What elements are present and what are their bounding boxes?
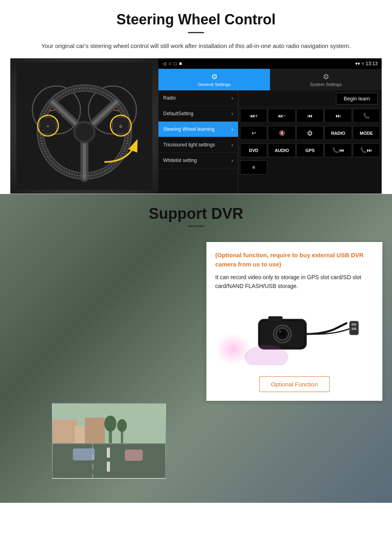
dvr-optional-text: (Optional function, require to buy exter…	[215, 251, 374, 269]
system-settings-icon: ⚙	[323, 72, 329, 81]
svg-rect-43	[107, 462, 110, 472]
svg-rect-36	[85, 418, 105, 444]
dvr-camera-illustration	[215, 297, 374, 369]
svg-rect-45	[125, 450, 143, 461]
svg-point-12	[76, 123, 93, 141]
settings-item-whitelist[interactable]: Whitelist setting ›	[158, 153, 238, 168]
arrow-icon-default: ›	[231, 110, 233, 117]
ctrl-btn-menu[interactable]: ≡	[240, 160, 267, 174]
general-settings-icon: ⚙	[211, 72, 218, 81]
dvr-thumbnail	[52, 403, 166, 479]
section2-dvr: Support DVR (Optional function, require …	[0, 194, 392, 503]
arrow-icon-steering: ›	[231, 126, 233, 132]
arrow-icon-tricolour: ›	[231, 142, 233, 148]
ctrl-btn-radio[interactable]: RADIO	[324, 126, 352, 140]
control-buttons-row4: ≡	[238, 159, 382, 176]
dvr-description: It can record video only to storage in G…	[215, 273, 374, 291]
ctrl-btn-vol-up[interactable]: ⏮+	[240, 109, 267, 123]
svg-point-40	[117, 419, 127, 432]
ctrl-btn-phone-prev[interactable]: 📞⏮	[324, 143, 352, 157]
dvr-title: Support DVR	[0, 205, 392, 222]
begin-learn-button[interactable]: Begin learn	[336, 93, 378, 104]
ctrl-btn-vol-down[interactable]: ⏮−	[268, 109, 295, 123]
svg-rect-30	[352, 328, 356, 330]
steering-wheel-svg: + − ⊙	[16, 62, 152, 190]
back-icon[interactable]: ◁	[162, 61, 166, 66]
section-subtitle: Your original car's steering wheel contr…	[32, 41, 360, 51]
svg-text:−: −	[43, 129, 44, 132]
svg-rect-27	[268, 316, 282, 320]
signal-icon: ▾▾	[355, 61, 360, 66]
control-buttons-row1: ⏮+ ⏮− ⏮ ⏭ 📞	[238, 107, 382, 124]
optional-function-button[interactable]: Optional Function	[259, 376, 330, 392]
ctrl-btn-next[interactable]: ⏭	[324, 109, 352, 123]
settings-item-whitelist-label: Whitelist setting	[163, 158, 197, 163]
ctrl-btn-phone[interactable]: 📞	[353, 109, 380, 123]
statusbar-right: ▾▾ ▿ 13:13	[355, 61, 378, 66]
title-block: Steering Wheel Control	[0, 0, 392, 41]
svg-rect-44	[73, 448, 95, 460]
android-content: Radio › DefaultSetting › Steering Wheel …	[158, 90, 382, 194]
settings-item-tricolour-label: Tricoloured light settings	[163, 142, 215, 148]
steering-wheel-photo: + − ⊙	[10, 58, 158, 194]
dvr-title-block: Support DVR	[0, 194, 392, 231]
tab-system-label: System Settings	[310, 82, 342, 87]
ctrl-btn-prev[interactable]: ⏮	[296, 109, 324, 123]
svg-rect-42	[107, 448, 110, 458]
recents-icon[interactable]: □	[174, 61, 176, 66]
settings-list: Radio › DefaultSetting › Steering Wheel …	[158, 90, 238, 194]
ctrl-btn-mute[interactable]: 🔇	[268, 126, 295, 140]
home-icon[interactable]: ○	[168, 61, 171, 66]
statusbar-left: ◁ ○ □ ■	[162, 61, 182, 66]
android-tabs: ⚙ General Settings ⚙ System Settings	[158, 69, 382, 90]
settings-item-radio[interactable]: Radio ›	[158, 90, 238, 106]
settings-item-steering[interactable]: Steering Wheel learning ›	[158, 122, 238, 137]
svg-point-32	[279, 331, 281, 332]
settings-item-default-label: DefaultSetting	[163, 111, 193, 116]
settings-item-radio-label: Radio	[163, 95, 176, 101]
svg-text:⊙: ⊙	[119, 124, 122, 128]
svg-text:+: +	[47, 124, 49, 128]
ctrl-btn-back[interactable]: ↩	[240, 126, 267, 140]
ctrl-btn-audio[interactable]: AUDIO	[268, 143, 295, 157]
control-buttons-row3: DVD AUDIO GPS 📞⏮ 📞⏭	[238, 142, 382, 159]
clock: 13:13	[366, 61, 378, 66]
dvr-preview-svg	[53, 404, 166, 479]
settings-item-default[interactable]: DefaultSetting ›	[158, 106, 238, 122]
svg-point-38	[104, 416, 116, 432]
swc-panel: + − ⊙	[10, 58, 382, 194]
page-title: Steering Wheel Control	[8, 11, 384, 28]
menu-icon[interactable]: ■	[179, 61, 182, 66]
ctrl-btn-gps[interactable]: GPS	[296, 143, 324, 157]
arrow-icon-radio: ›	[231, 95, 233, 101]
tab-general-label: General Settings	[198, 82, 231, 87]
dvr-thumb-inner	[53, 404, 165, 478]
arrow-icon-whitelist: ›	[231, 157, 233, 164]
control-buttons-row2: ↩ 🔇 ⏻ RADIO MODE	[238, 124, 382, 142]
title-divider	[188, 32, 204, 33]
section1-steering: Steering Wheel Control Your original car…	[0, 0, 392, 194]
sw-placeholder: + − ⊙	[10, 58, 158, 194]
wifi-icon: ▿	[362, 61, 364, 66]
svg-rect-29	[352, 323, 356, 326]
learn-row: Begin learn	[238, 90, 382, 107]
android-panel: ◁ ○ □ ■ ▾▾ ▿ 13:13 ⚙ General Settings	[158, 58, 382, 194]
svg-rect-34	[53, 420, 77, 444]
ctrl-btn-phone-next[interactable]: 📞⏭	[353, 143, 380, 157]
tab-system-settings[interactable]: ⚙ System Settings	[270, 69, 382, 90]
ctrl-btn-power[interactable]: ⏻	[296, 126, 324, 140]
android-statusbar: ◁ ○ □ ■ ▾▾ ▿ 13:13	[158, 58, 382, 69]
ctrl-btn-mode[interactable]: MODE	[353, 126, 380, 140]
settings-right-panel: Begin learn ⏮+ ⏮− ⏮ ⏭ 📞 ↩ 🔇 ⏻	[238, 90, 382, 194]
settings-item-tricolour[interactable]: Tricoloured light settings ›	[158, 137, 238, 153]
pink-glow	[215, 333, 251, 365]
settings-item-steering-label: Steering Wheel learning	[163, 126, 214, 132]
dvr-title-divider	[188, 226, 204, 227]
dvr-card: (Optional function, require to buy exter…	[206, 242, 382, 401]
ctrl-btn-dvd[interactable]: DVD	[240, 143, 267, 157]
tab-general-settings[interactable]: ⚙ General Settings	[158, 69, 270, 90]
